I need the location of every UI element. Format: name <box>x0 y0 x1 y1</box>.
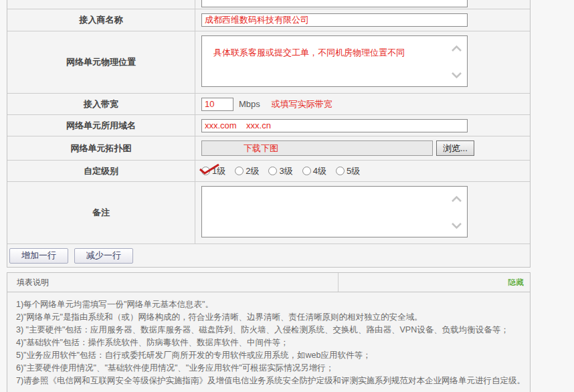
table-row: 备注 <box>7 182 530 244</box>
provider-name-label: 接入商名称 <box>7 9 195 31</box>
network-unit-form-table: 接入商名称 网络单元物理位置 具体联系客服或提交工单，不同机房物理位置不同 接入… <box>7 0 531 268</box>
radio-label: 3级 <box>279 165 292 177</box>
table-row: 接入带宽 Mbps 或填写实际带宽 <box>7 94 530 115</box>
radio-level-5[interactable]: 5级 <box>336 165 360 177</box>
note-line-5: 5)"业务应用软件"包括：自行或委托研发厂商所开发的专用软件或应用系统，如web… <box>16 349 523 362</box>
notes-title: 填表说明 <box>7 273 339 292</box>
action-button-row: 增加一行 减少一行 <box>7 244 530 267</box>
remarks-label: 备注 <box>7 182 195 243</box>
note-line-1: 1)每个网络单元均需填写一份"网络单元基本信息表"。 <box>16 298 523 311</box>
note-line-6: 6)"主要硬件使用情况"、"基础软件使用情况"、"业务应用软件"可根据实际情况另… <box>16 362 523 375</box>
topology-file-text: 下载下图 <box>244 142 278 155</box>
radio-level-4[interactable]: 4级 <box>302 165 326 177</box>
scroll-up-icon[interactable] <box>450 195 463 203</box>
radio-circle-icon[interactable] <box>235 167 244 175</box>
scroll-up-icon[interactable] <box>450 45 463 52</box>
radio-level-3[interactable]: 3级 <box>268 165 292 177</box>
radio-circle-icon[interactable] <box>302 167 311 175</box>
physical-location-textarea[interactable]: 具体联系客服或提交工单，不同机房物理位置不同 <box>201 35 468 87</box>
note-line-7: 7)请参照《电信网和互联网安全等级保护实施指南》及增值电信业务系统安全防护定级和… <box>16 375 523 387</box>
domains-label: 网络单元所用域名 <box>7 115 195 136</box>
browse-button[interactable]: 浏览... <box>436 140 474 156</box>
physical-location-label: 网络单元物理位置 <box>7 31 195 93</box>
notes-panel: 1)每个网络单元均需填写一份"网络单元基本信息表"。 2)"网络单元"是指由系统… <box>7 292 531 392</box>
radio-label: 5级 <box>347 165 360 177</box>
bandwidth-hint: 或填写实际带宽 <box>272 98 332 110</box>
table-row: 网络单元物理位置 具体联系客服或提交工单，不同机房物理位置不同 <box>7 31 530 94</box>
radio-circle-icon[interactable] <box>268 167 277 175</box>
radio-level-1[interactable]: 1级 <box>201 165 225 177</box>
bandwidth-label: 接入带宽 <box>7 94 195 114</box>
topology-file-field[interactable]: 下载下图 <box>201 140 433 156</box>
scroll-down-icon[interactable] <box>450 222 463 229</box>
radio-label: 4级 <box>313 165 326 177</box>
remove-row-button[interactable]: 减少一行 <box>74 248 133 264</box>
radio-label: 2级 <box>246 165 259 177</box>
note-line-3: 3) "主要硬件"包括：应用服务器、数据库服务器、磁盘阵列、防火墙、入侵检测系统… <box>16 324 523 336</box>
radio-label: 1级 <box>212 165 225 177</box>
self-level-label: 自定级别 <box>7 161 195 181</box>
scroll-down-icon[interactable] <box>450 72 463 79</box>
domains-input[interactable] <box>201 119 468 132</box>
table-row: 网络单元所用域名 <box>7 115 530 136</box>
table-row <box>7 0 530 9</box>
provider-name-input[interactable] <box>201 13 468 27</box>
notes-section-header: 填表说明 隐藏 <box>7 272 531 292</box>
note-line-2: 2)"网络单元"是指由系统和（或）网络构成的，符合业务清晰、边界清晰、责任清晰原… <box>16 311 523 324</box>
bandwidth-unit: Mbps <box>239 99 260 109</box>
bandwidth-input[interactable] <box>201 98 233 111</box>
radio-circle-icon[interactable] <box>336 167 345 175</box>
topology-label: 网络单元拓扑图 <box>7 136 195 160</box>
add-row-button[interactable]: 增加一行 <box>9 248 68 264</box>
table-row: 接入商名称 <box>7 9 530 31</box>
table-row: 自定级别 1级 2级 3级 <box>7 161 530 182</box>
remarks-textarea[interactable] <box>201 186 468 237</box>
radio-level-2[interactable]: 2级 <box>235 165 259 177</box>
table-row: 网络单元拓扑图 下载下图 浏览... <box>7 136 530 161</box>
hide-notes-link[interactable]: 隐藏 <box>508 277 524 288</box>
clipped-row-label <box>7 0 195 9</box>
clipped-top-input[interactable] <box>201 0 468 7</box>
level-radio-group: 1级 2级 3级 4级 <box>201 165 369 177</box>
radio-circle-icon[interactable] <box>201 167 210 175</box>
note-line-4: 4)"基础软件"包括：操作系统软件、防病毒软件、数据库软件、中间件等； <box>16 336 523 349</box>
